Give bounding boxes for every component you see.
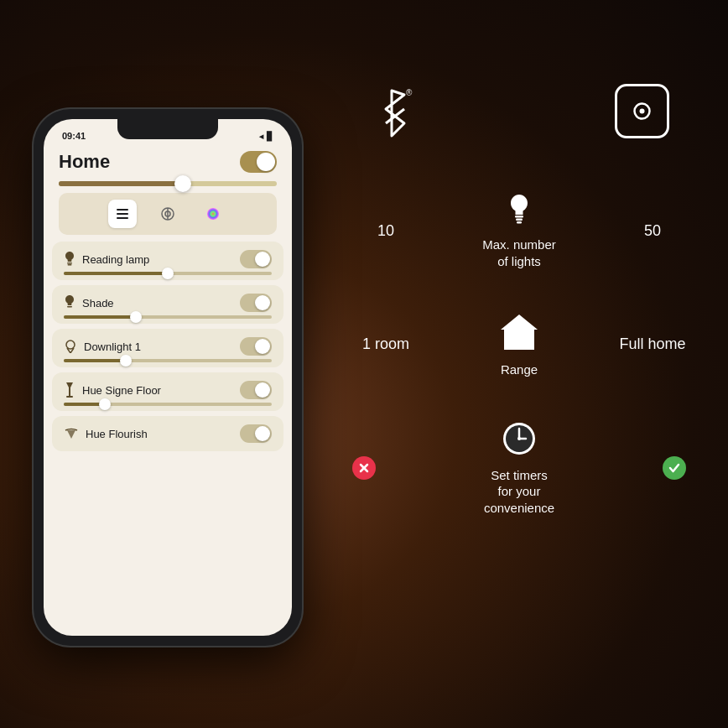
- range-feature-row: 1 room Range Full home: [335, 311, 703, 378]
- toggle-knob: [255, 252, 270, 267]
- app-title: Home: [59, 151, 110, 173]
- phone-mockup: 09:41 ◂ ▊ Home: [34, 109, 302, 646]
- timers-feature-row: Set timersfor yourconvenience: [335, 420, 703, 517]
- bulb-feature-icon: [507, 193, 531, 230]
- svg-rect-17: [516, 219, 523, 221]
- toggle-knob: [255, 426, 270, 441]
- device-name: Hue Flourish: [86, 428, 148, 440]
- svg-rect-16: [515, 216, 523, 218]
- device-item: Hue Signe Floor: [52, 372, 283, 411]
- svg-point-25: [517, 437, 521, 440]
- bluetooth-icon: ®: [369, 84, 415, 143]
- app-header: Home: [44, 144, 292, 181]
- device-toggle[interactable]: [240, 294, 272, 312]
- device-row: Hue Signe Floor: [64, 381, 272, 399]
- slider-thumb: [130, 311, 142, 323]
- features-area: ® 10 Max. numbero: [335, 84, 703, 686]
- color-tab-icon: [205, 206, 221, 221]
- svg-point-6: [207, 208, 219, 220]
- device-row: Shade: [64, 294, 272, 312]
- device-info: Hue Signe Floor: [64, 381, 161, 399]
- list-tab-icon: [115, 206, 130, 221]
- floor-lamp-icon: [64, 381, 75, 399]
- range-feature-center: Range: [460, 311, 578, 378]
- device-brightness-slider[interactable]: [64, 403, 272, 406]
- svg-point-10: [66, 341, 75, 349]
- phone-notch: [117, 119, 218, 139]
- svg-rect-2: [117, 217, 128, 219]
- svg-rect-1: [117, 213, 128, 215]
- device-toggle[interactable]: [240, 250, 272, 268]
- svg-text:®: ®: [406, 88, 413, 97]
- device-brightness-slider[interactable]: [64, 315, 272, 319]
- clock-svg: [501, 420, 538, 457]
- bulb-svg: [507, 193, 531, 226]
- timer-feature-center: Set timersfor yourconvenience: [460, 420, 578, 517]
- grid-tab-icon: [160, 206, 175, 221]
- svg-rect-7: [67, 263, 72, 264]
- battery-icon: ▊: [267, 132, 273, 141]
- device-info: Reading lamp: [64, 251, 149, 268]
- device-toggle[interactable]: [240, 381, 272, 399]
- toggle-knob: [255, 295, 270, 310]
- brightness-thumb: [174, 175, 191, 192]
- device-item: Reading lamp: [52, 242, 283, 280]
- timer-feature-label: Set timersfor yourconvenience: [484, 467, 554, 517]
- device-info: Hue Flourish: [64, 428, 148, 440]
- slider-fill: [64, 272, 168, 275]
- svg-point-15: [640, 109, 645, 114]
- slider-fill: [64, 315, 137, 319]
- status-right: ◂ ▊: [259, 132, 273, 141]
- bluetooth-feature: ®: [369, 84, 415, 143]
- svg-rect-0: [117, 209, 128, 211]
- tab-list[interactable]: [108, 200, 137, 228]
- phone-frame: 09:41 ◂ ▊ Home: [34, 109, 302, 646]
- device-item: Downlight 1: [52, 329, 283, 367]
- home-toggle[interactable]: [240, 151, 277, 173]
- svg-rect-18: [517, 221, 522, 224]
- svg-rect-9: [67, 306, 72, 308]
- slider-fill: [64, 359, 126, 362]
- hub-inner-icon: [627, 96, 657, 126]
- lights-feature-center: Max. numberof lights: [460, 193, 578, 269]
- downlight-icon: [64, 340, 77, 353]
- device-toggle[interactable]: [240, 337, 272, 356]
- range-feature-label: Range: [501, 361, 538, 378]
- shade-icon: [64, 294, 75, 311]
- device-name: Reading lamp: [82, 253, 149, 266]
- svg-rect-12: [66, 396, 73, 398]
- house-svg: [497, 311, 541, 351]
- house-feature-icon: [497, 311, 541, 355]
- phone-screen: 09:41 ◂ ▊ Home: [44, 119, 292, 636]
- hub-feature: [615, 84, 669, 143]
- bulb-icon: [64, 251, 75, 268]
- clock-feature-icon: [501, 420, 538, 460]
- slider-thumb: [120, 355, 132, 367]
- device-brightness-slider[interactable]: [64, 359, 272, 362]
- toggle-knob: [255, 382, 270, 398]
- device-info: Shade: [64, 294, 114, 311]
- device-item: Hue Flourish: [52, 416, 283, 451]
- top-icons-row: ®: [335, 84, 703, 143]
- device-name: Shade: [82, 297, 114, 309]
- lights-max-value: 50: [619, 222, 686, 240]
- slider-thumb: [99, 398, 111, 410]
- tab-grid[interactable]: [153, 200, 182, 228]
- status-time: 09:41: [62, 131, 86, 141]
- range-min-value: 1 room: [352, 335, 419, 353]
- device-brightness-slider[interactable]: [64, 272, 272, 275]
- toggle-knob: [255, 339, 270, 354]
- app-tabs: [59, 193, 277, 235]
- device-row: Hue Flourish: [64, 424, 272, 443]
- lights-feature-label: Max. numberof lights: [482, 237, 556, 269]
- tab-color[interactable]: [199, 200, 227, 228]
- device-list: Reading lamp: [44, 242, 292, 456]
- device-name: Hue Signe Floor: [82, 384, 161, 397]
- brightness-slider[interactable]: [59, 181, 277, 186]
- check-icon: [668, 462, 680, 474]
- toggle-knob: [257, 153, 275, 171]
- cross-icon: [358, 462, 370, 474]
- hub-icon: [615, 84, 669, 138]
- device-toggle[interactable]: [240, 424, 272, 443]
- lights-feature-row: 10 Max. numberof lights 50: [335, 193, 703, 269]
